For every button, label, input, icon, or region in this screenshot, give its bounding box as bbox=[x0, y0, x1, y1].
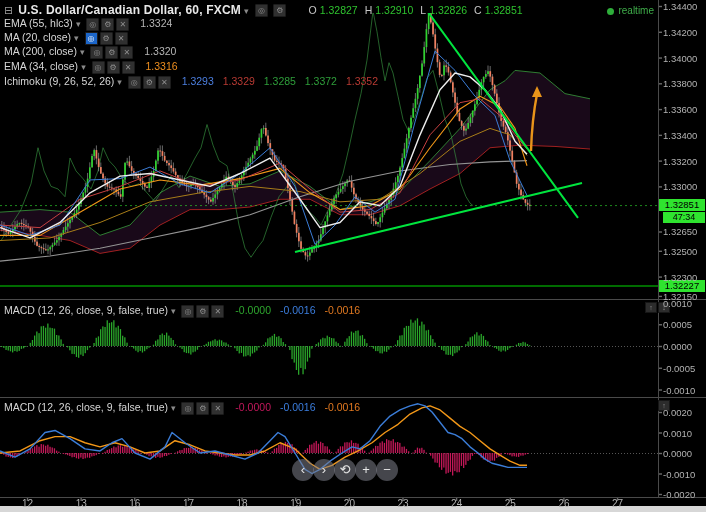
gear-icon[interactable]: ⚙ bbox=[101, 18, 114, 31]
eye-icon[interactable]: ◎ bbox=[90, 46, 103, 59]
indicator-row-ma20: MA (20, close)▾ ◎⚙✕ bbox=[4, 31, 130, 44]
zoom-out-button[interactable]: − bbox=[376, 459, 398, 481]
eye-icon[interactable]: ◎ bbox=[85, 32, 98, 45]
macd1-axis-label: 0.0000 bbox=[663, 341, 692, 352]
chevron-down-icon[interactable]: ▾ bbox=[171, 306, 176, 316]
indicator-value: 1.3352 bbox=[346, 75, 378, 87]
price-axis-label: 1.33600 bbox=[663, 104, 697, 115]
high-value: 1.32910 bbox=[375, 4, 413, 16]
indicator-row-ma200: MA (200, close)▾ ◎⚙✕ 1.3320 bbox=[4, 45, 176, 58]
eye-icon[interactable]: ◎ bbox=[181, 402, 194, 415]
chevron-down-icon[interactable]: ▾ bbox=[171, 403, 176, 413]
indicator-value: 1.3316 bbox=[146, 60, 178, 72]
chart-header: ⊟U.S. Dollar/Canadian Dollar, 60, FXCM▾ … bbox=[4, 3, 523, 17]
indicator-value: 1.3372 bbox=[305, 75, 337, 87]
gear-icon[interactable]: ⚙ bbox=[143, 76, 156, 89]
price-axis-label: 1.34400 bbox=[663, 1, 697, 12]
gear-icon[interactable]: ⚙ bbox=[105, 46, 118, 59]
indicator-row-macd-1: MACD (12, 26, close, 9, false, true)▾ ◎⚙… bbox=[4, 304, 360, 317]
time-axis-label: 12 bbox=[22, 498, 33, 509]
collapse-watchlist-icon[interactable]: ⊟ bbox=[4, 4, 13, 16]
indicator-value: 1.3324 bbox=[140, 17, 172, 29]
time-axis-label: 25 bbox=[505, 498, 516, 509]
current-price-badge: 1.32851 bbox=[659, 199, 705, 211]
low-value: 1.32826 bbox=[429, 4, 467, 16]
symbol-title[interactable]: U.S. Dollar/Canadian Dollar, 60, FXCM bbox=[18, 3, 241, 17]
macd1-axis-label: 0.0010 bbox=[663, 298, 692, 309]
price-axis-label: 1.32500 bbox=[663, 246, 697, 257]
price-axis-label: 1.33000 bbox=[663, 181, 697, 192]
realtime-dot-icon bbox=[607, 8, 614, 15]
chevron-down-icon[interactable]: ▾ bbox=[74, 33, 79, 43]
time-axis-label: 26 bbox=[558, 498, 569, 509]
indicator-value: -0.0016 bbox=[280, 401, 316, 413]
indicator-label[interactable]: EMA (55, hlc3) bbox=[4, 17, 73, 29]
low-label: L bbox=[420, 4, 426, 16]
bar-countdown-badge: 47:34 bbox=[663, 212, 705, 223]
eye-icon[interactable]: ◎ bbox=[255, 4, 268, 17]
indicator-value: -0.0016 bbox=[324, 401, 360, 413]
indicator-row-ichimoku: Ichimoku (9, 26, 52, 26)▾ ◎⚙✕ 1.3293 1.3… bbox=[4, 75, 378, 88]
close-label: C bbox=[474, 4, 482, 16]
indicator-value: -0.0016 bbox=[280, 304, 316, 316]
macd2-axis-label: 0.0010 bbox=[663, 428, 692, 439]
macd2-axis-label: 0.0000 bbox=[663, 448, 692, 459]
eye-icon[interactable]: ◎ bbox=[181, 305, 194, 318]
macd2-axis-label: -0.0020 bbox=[663, 489, 695, 500]
eye-icon[interactable]: ◎ bbox=[86, 18, 99, 31]
indicator-value: 1.3285 bbox=[264, 75, 296, 87]
close-icon[interactable]: ✕ bbox=[122, 61, 135, 74]
close-icon[interactable]: ✕ bbox=[211, 305, 224, 318]
indicator-label[interactable]: MACD (12, 26, close, 9, false, true) bbox=[4, 401, 168, 413]
time-axis-label: 16 bbox=[129, 498, 140, 509]
gear-icon[interactable]: ⚙ bbox=[273, 4, 286, 17]
gear-icon[interactable]: ⚙ bbox=[196, 305, 209, 318]
time-axis-label: 23 bbox=[397, 498, 408, 509]
chevron-down-icon[interactable]: ▾ bbox=[80, 47, 85, 57]
time-axis-label: 24 bbox=[451, 498, 462, 509]
close-icon[interactable]: ✕ bbox=[115, 32, 128, 45]
high-label: H bbox=[365, 4, 373, 16]
indicator-label[interactable]: Ichimoku (9, 26, 52, 26) bbox=[4, 75, 114, 87]
indicator-row-ema55: EMA (55, hlc3)▾ ◎⚙✕ 1.3324 bbox=[4, 17, 172, 30]
indicator-value: 1.3329 bbox=[223, 75, 255, 87]
gear-icon[interactable]: ⚙ bbox=[100, 32, 113, 45]
price-axis-label: 1.32300 bbox=[663, 272, 697, 283]
close-icon[interactable]: ✕ bbox=[120, 46, 133, 59]
ohlc-values: O1.32827H1.32910L1.32826C1.32851 bbox=[302, 4, 523, 16]
eye-icon[interactable]: ◎ bbox=[92, 61, 105, 74]
time-axis-label: 19 bbox=[290, 498, 301, 509]
price-axis-label: 1.33200 bbox=[663, 156, 697, 167]
time-axis-label: 20 bbox=[344, 498, 355, 509]
trading-chart-app: { "ui": { "caret": "▾", "collapse": "⊟",… bbox=[0, 0, 706, 512]
chevron-down-icon[interactable]: ▾ bbox=[244, 6, 249, 16]
macd2-axis-label: 0.0020 bbox=[663, 407, 692, 418]
zoom-in-button[interactable]: + bbox=[355, 459, 377, 481]
close-value: 1.32851 bbox=[485, 4, 523, 16]
price-axis-label: 1.33800 bbox=[663, 78, 697, 89]
realtime-status: realtime bbox=[607, 5, 654, 16]
price-axis-label: 1.33400 bbox=[663, 130, 697, 141]
indicator-value: 1.3320 bbox=[144, 45, 176, 57]
indicator-label[interactable]: EMA (34, close) bbox=[4, 60, 78, 72]
price-axis-label: 1.34000 bbox=[663, 53, 697, 64]
gear-icon[interactable]: ⚙ bbox=[196, 402, 209, 415]
eye-icon[interactable]: ◎ bbox=[128, 76, 141, 89]
chevron-down-icon[interactable]: ▾ bbox=[117, 77, 122, 87]
chevron-down-icon[interactable]: ▾ bbox=[76, 19, 81, 29]
chevron-down-icon[interactable]: ▾ bbox=[81, 62, 86, 72]
indicator-label[interactable]: MA (200, close) bbox=[4, 45, 77, 57]
close-icon[interactable]: ✕ bbox=[116, 18, 129, 31]
reset-view-button[interactable]: ⟲ bbox=[334, 459, 356, 481]
indicator-label[interactable]: MA (20, close) bbox=[4, 31, 71, 43]
close-icon[interactable]: ✕ bbox=[158, 76, 171, 89]
pane-up-icon[interactable]: ↑ bbox=[645, 302, 657, 313]
scroll-right-button[interactable]: › bbox=[313, 459, 335, 481]
indicator-row-ema34: EMA (34, close)▾ ◎⚙✕ 1.3316 bbox=[4, 60, 178, 73]
indicator-row-macd-2: MACD (12, 26, close, 9, false, true)▾ ◎⚙… bbox=[4, 401, 360, 414]
indicator-label[interactable]: MACD (12, 26, close, 9, false, true) bbox=[4, 304, 168, 316]
gear-icon[interactable]: ⚙ bbox=[107, 61, 120, 74]
scroll-left-button[interactable]: ‹ bbox=[292, 459, 314, 481]
close-icon[interactable]: ✕ bbox=[211, 402, 224, 415]
indicator-value: -0.0016 bbox=[324, 304, 360, 316]
